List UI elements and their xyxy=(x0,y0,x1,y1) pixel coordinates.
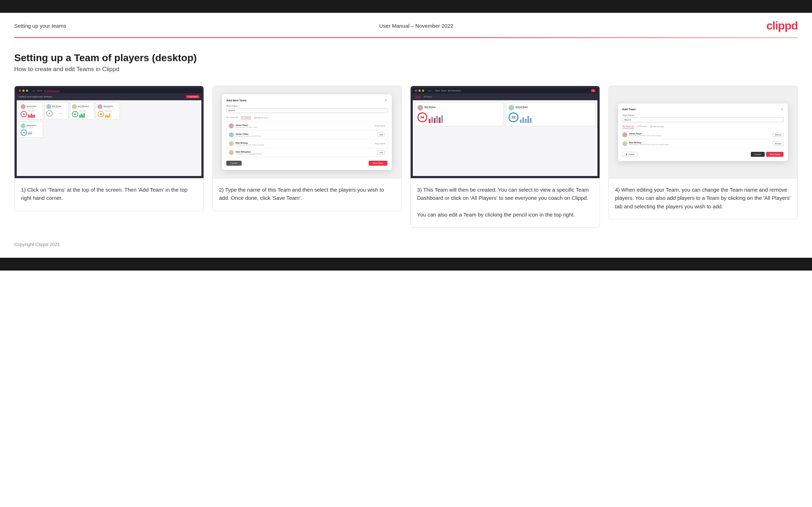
modal-tabs: My Team (2) All Players Filter by name xyxy=(226,116,387,119)
ss1-score-label-4: Player Quality xyxy=(105,110,118,112)
ss1-bar xyxy=(31,113,32,118)
card-4: Edit Team ✕ Team Name * Team A My Team (… xyxy=(608,86,798,219)
edit-player-item-2: Blair McHarg Plus Handicap · Royal North… xyxy=(622,139,784,148)
ss3-score-row-2: 72 xyxy=(508,112,592,124)
player-list: Adrian Player Plus Handicap · The Shire … xyxy=(226,121,387,157)
ss1-avatar-3 xyxy=(72,104,77,109)
ss3-header-2: Richard Butler Plus Handicap xyxy=(508,105,592,111)
ss3-subnav: Team A All Players xyxy=(413,93,597,100)
ss1-sub-2: Plus Handicap xyxy=(52,107,61,108)
ss3-score-row-1: 94 xyxy=(417,112,501,124)
ss1-bar xyxy=(28,114,29,118)
ss1-bar xyxy=(109,114,110,118)
save-team-button[interactable]: Save Team xyxy=(369,161,388,166)
player-avatar-3 xyxy=(229,141,234,146)
filter-by-name: Filter by name xyxy=(254,117,268,119)
edit-close-icon[interactable]: ✕ xyxy=(781,108,784,111)
edit-modal-tabs: My Team (2) All Players Filter by name xyxy=(622,125,784,128)
add-player-btn-2[interactable]: Add xyxy=(377,133,385,137)
ss1-bar xyxy=(30,115,31,118)
player-status-1: Player Added xyxy=(375,125,385,127)
edit-player-item-1: Adrian Player Plus Handicap · The Shire … xyxy=(622,130,784,139)
ss1-add-team-btn[interactable]: + Add Team xyxy=(186,95,199,98)
ss3-dot-red xyxy=(415,90,417,92)
ss3-bar xyxy=(429,119,431,123)
card-1-screenshot: clippd Home My Performance Finding 5 out… xyxy=(15,86,204,178)
ss1-name-3: Dave Billingham xyxy=(78,105,89,107)
ss3-chart-1 xyxy=(429,113,443,123)
delete-button[interactable]: 🗑 Delete xyxy=(622,152,638,157)
remove-player-btn-2[interactable]: Remove xyxy=(773,142,784,146)
edit-tab-my-team[interactable]: My Team (2) xyxy=(622,125,634,128)
ss3-all-tab[interactable]: All Players xyxy=(424,96,432,98)
ss1-filter-label: Finding 5 out of 4 players from: All Pla… xyxy=(19,96,52,98)
ss1-score-2: 0 xyxy=(46,110,53,117)
edit-modal-title: Edit Team xyxy=(622,108,636,111)
ss3-bar xyxy=(527,116,529,123)
edit-cancel-button[interactable]: Cancel xyxy=(751,152,765,157)
card-2-text: 2) Type the name of this Team and then s… xyxy=(213,178,402,211)
player-sub-1: Plus Handicap · The Shire London xyxy=(236,126,373,128)
player-info-3: Blair McHarg Plus Handicap · Royal North… xyxy=(236,142,373,146)
ss1-bars-3 xyxy=(79,112,93,118)
logo-container: clippd xyxy=(766,19,798,32)
ss1-dot-yellow xyxy=(22,90,25,92)
ss1-player-4: Richard Butler Plus Handicap 78 Player Q… xyxy=(96,102,120,119)
ss1-avatar-4 xyxy=(97,104,102,109)
ss1-score-label-1: Player Quality xyxy=(28,110,41,112)
ss3-bar xyxy=(525,119,527,123)
filter-checkbox[interactable] xyxy=(254,117,256,119)
card-4-text: 4) When editing your Team, you can chang… xyxy=(609,178,798,219)
card-1: clippd Home My Performance Finding 5 out… xyxy=(14,86,204,211)
ss1-nav-home: Home xyxy=(37,90,42,92)
team-name-label: Team Name * xyxy=(226,105,387,107)
card-4-screenshot: Edit Team ✕ Team Name * Team A My Team (… xyxy=(609,86,798,178)
edit-player-avatar-1 xyxy=(622,132,627,137)
ss3-team-grid: Blair McHarg Plus Handicap 94 xyxy=(415,102,595,126)
ss3-pencil-btn[interactable]: ✎ xyxy=(591,89,595,92)
card-2: Add New Team ✕ Team Name * Team A My Tea… xyxy=(212,86,402,211)
ss1-topbar: clippd Home My Performance xyxy=(17,88,201,93)
edit-save-team-button[interactable]: Save Team xyxy=(766,152,784,157)
add-player-btn-4[interactable]: Add xyxy=(377,150,385,155)
edit-team-name-input[interactable]: Team A xyxy=(622,117,784,122)
ss1-bar xyxy=(81,114,82,118)
edit-player-info-2: Blair McHarg Plus Handicap · Royal North… xyxy=(629,142,771,145)
clippd-logo: clippd xyxy=(766,19,798,32)
edit-filter-checkbox[interactable] xyxy=(650,126,652,128)
tab-all-players[interactable]: All Players xyxy=(241,116,251,119)
ss3-content: Blair McHarg Plus Handicap 94 xyxy=(413,100,597,176)
page-title: Setting up a Team of players (desktop) xyxy=(14,52,798,64)
ss1-sub-4: Plus Handicap xyxy=(104,107,114,108)
ss1-player-5: Richard Butler Plus Handicap 72 xyxy=(19,122,43,138)
ss3-team-tab[interactable]: Team A xyxy=(415,95,421,98)
player-sub-2: 1 Handicap · Central London Golf Centre xyxy=(236,135,375,137)
player-item-3: Blair McHarg Plus Handicap · Royal North… xyxy=(227,139,387,148)
edit-player-info-1: Adrian Player Plus Handicap · The Shire … xyxy=(629,133,771,137)
ss1-subnav: Finding 5 out of 4 players from: All Pla… xyxy=(17,93,201,100)
ss1-score-3: 94 xyxy=(72,111,78,117)
ss3-bar xyxy=(522,117,524,123)
cancel-button[interactable]: Cancel xyxy=(226,161,242,166)
ss3-chart-2 xyxy=(520,113,532,123)
ss3-topbar: clippd Home · Teams · My Performance ✎ xyxy=(413,88,597,93)
ss1-bars-4 xyxy=(105,112,118,118)
player-sub-3: Plus Handicap · Royal North Devon Golf C… xyxy=(236,144,373,146)
ss1-mini-bar xyxy=(31,131,32,134)
card-1-text: 1) Click on 'Teams' at the top of the sc… xyxy=(15,178,204,211)
modal-close-icon[interactable]: ✕ xyxy=(385,98,387,102)
ss1-score-label-3: Player Quality xyxy=(79,110,93,112)
player-item-2: Adrian Coliba 1 Handicap · Central Londo… xyxy=(227,130,387,139)
tab-my-team[interactable]: My Team (2) xyxy=(226,116,238,119)
ss1-sub-3: 5.5 Handicap xyxy=(78,107,89,108)
ss1-avatar-5 xyxy=(21,123,26,128)
player-info-4: Dave Billingham 5.5 Handicap · The Dog M… xyxy=(236,151,375,155)
ss1-bars-1 xyxy=(28,112,41,118)
ss1-second-row: Richard Butler Plus Handicap 72 xyxy=(19,122,199,138)
remove-player-btn-1[interactable]: Remove xyxy=(773,133,784,137)
edit-tab-all-players[interactable]: All Players xyxy=(637,125,647,128)
team-name-input[interactable]: Team A xyxy=(226,108,387,113)
edit-team-name-value: Team A xyxy=(624,119,631,121)
ss1-content: Adrian Collins Team Handicap 84 Player Q… xyxy=(17,100,201,176)
ss3-bar xyxy=(434,118,436,123)
